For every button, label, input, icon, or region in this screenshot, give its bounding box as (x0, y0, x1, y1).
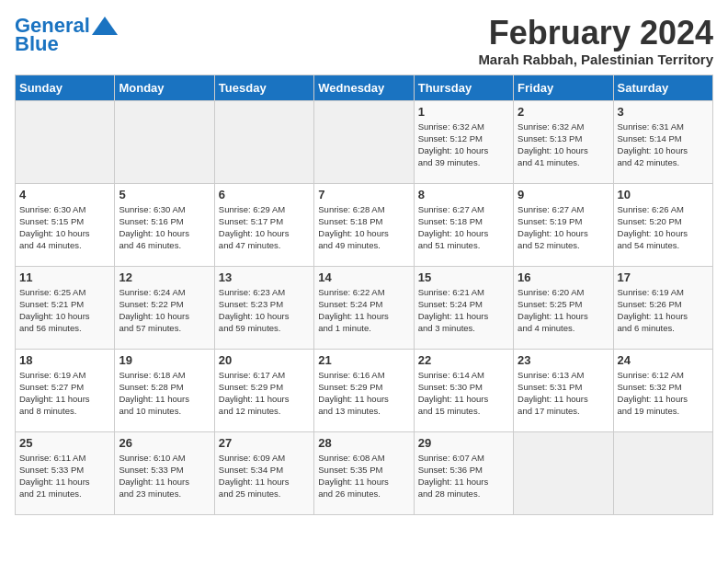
calendar-header-cell: Friday (514, 75, 613, 100)
day-info: Sunrise: 6:13 AMSunset: 5:31 PMDaylight:… (518, 369, 609, 418)
calendar-day-cell: 19Sunrise: 6:18 AMSunset: 5:28 PMDayligh… (115, 349, 214, 431)
day-info: Sunrise: 6:22 AMSunset: 5:24 PMDaylight:… (318, 286, 409, 335)
calendar-day-cell: 29Sunrise: 6:07 AMSunset: 5:36 PMDayligh… (414, 431, 513, 514)
calendar-day-cell: 17Sunrise: 6:19 AMSunset: 5:26 PMDayligh… (613, 266, 712, 349)
calendar-header-cell: Wednesday (314, 75, 414, 100)
day-info: Sunrise: 6:14 AMSunset: 5:30 PMDaylight:… (418, 369, 509, 418)
day-info: Sunrise: 6:12 AMSunset: 5:32 PMDaylight:… (618, 369, 709, 418)
day-info: Sunrise: 6:21 AMSunset: 5:24 PMDaylight:… (418, 286, 509, 335)
calendar-day-cell: 1Sunrise: 6:32 AMSunset: 5:12 PMDaylight… (414, 100, 513, 183)
day-number: 25 (19, 436, 110, 450)
calendar-day-cell: 3Sunrise: 6:31 AMSunset: 5:14 PMDaylight… (613, 100, 712, 183)
calendar-week-row: 18Sunrise: 6:19 AMSunset: 5:27 PMDayligh… (16, 349, 713, 431)
day-number: 18 (19, 353, 110, 367)
day-info: Sunrise: 6:16 AMSunset: 5:29 PMDaylight:… (318, 369, 409, 418)
day-number: 21 (318, 353, 409, 367)
day-number: 10 (618, 188, 709, 201)
day-info: Sunrise: 6:10 AMSunset: 5:33 PMDaylight:… (119, 452, 210, 500)
calendar-week-row: 11Sunrise: 6:25 AMSunset: 5:21 PMDayligh… (16, 266, 713, 349)
day-number: 20 (219, 353, 310, 367)
day-info: Sunrise: 6:19 AMSunset: 5:26 PMDaylight:… (618, 286, 709, 335)
day-number: 19 (119, 353, 210, 367)
calendar-day-cell: 22Sunrise: 6:14 AMSunset: 5:30 PMDayligh… (414, 349, 513, 431)
calendar-day-cell: 2Sunrise: 6:32 AMSunset: 5:13 PMDaylight… (514, 100, 613, 183)
day-info: Sunrise: 6:32 AMSunset: 5:13 PMDaylight:… (518, 121, 609, 169)
calendar-header-cell: Monday (115, 75, 214, 100)
day-number: 5 (119, 188, 210, 201)
day-number: 24 (618, 353, 709, 367)
day-number: 22 (418, 353, 509, 367)
day-number: 13 (219, 270, 310, 284)
day-info: Sunrise: 6:18 AMSunset: 5:28 PMDaylight:… (119, 369, 210, 418)
calendar-day-cell: 9Sunrise: 6:27 AMSunset: 5:19 PMDaylight… (514, 183, 613, 266)
calendar-header-cell: Thursday (414, 75, 513, 100)
day-number: 3 (618, 105, 709, 119)
day-number: 27 (219, 436, 310, 450)
day-number: 8 (418, 188, 509, 201)
calendar-day-cell: 13Sunrise: 6:23 AMSunset: 5:23 PMDayligh… (214, 266, 313, 349)
calendar-day-cell: 10Sunrise: 6:26 AMSunset: 5:20 PMDayligh… (613, 183, 712, 266)
calendar-header-cell: Tuesday (214, 75, 313, 100)
day-info: Sunrise: 6:20 AMSunset: 5:25 PMDaylight:… (518, 286, 609, 335)
calendar-week-row: 25Sunrise: 6:11 AMSunset: 5:33 PMDayligh… (16, 431, 713, 514)
day-number: 14 (318, 270, 409, 284)
logo-icon (92, 17, 118, 35)
calendar-table: SundayMondayTuesdayWednesdayThursdayFrid… (15, 75, 713, 515)
day-info: Sunrise: 6:32 AMSunset: 5:12 PMDaylight:… (418, 121, 509, 169)
calendar-day-cell: 27Sunrise: 6:09 AMSunset: 5:34 PMDayligh… (214, 431, 313, 514)
day-number: 12 (119, 270, 210, 284)
calendar-day-cell: 4Sunrise: 6:30 AMSunset: 5:15 PMDaylight… (16, 183, 115, 266)
day-number: 2 (518, 105, 609, 119)
day-info: Sunrise: 6:11 AMSunset: 5:33 PMDaylight:… (19, 452, 110, 500)
calendar-day-cell (214, 100, 313, 183)
calendar-day-cell: 12Sunrise: 6:24 AMSunset: 5:22 PMDayligh… (115, 266, 214, 349)
calendar-day-cell: 5Sunrise: 6:30 AMSunset: 5:16 PMDaylight… (115, 183, 214, 266)
calendar-body: 1Sunrise: 6:32 AMSunset: 5:12 PMDaylight… (16, 100, 713, 514)
calendar-header-cell: Saturday (613, 75, 712, 100)
calendar-day-cell (613, 431, 712, 514)
day-info: Sunrise: 6:08 AMSunset: 5:35 PMDaylight:… (318, 452, 409, 500)
day-number: 28 (318, 436, 409, 450)
calendar-day-cell: 7Sunrise: 6:28 AMSunset: 5:18 PMDaylight… (314, 183, 414, 266)
page-header: General Blue February 2024 Marah Rabbah,… (15, 15, 713, 67)
day-number: 29 (418, 436, 509, 450)
day-number: 23 (518, 353, 609, 367)
day-number: 1 (418, 105, 509, 119)
logo-blue-text: Blue (15, 32, 59, 55)
day-info: Sunrise: 6:29 AMSunset: 5:17 PMDaylight:… (219, 203, 310, 252)
calendar-day-cell (514, 431, 613, 514)
day-number: 11 (19, 270, 110, 284)
calendar-day-cell: 28Sunrise: 6:08 AMSunset: 5:35 PMDayligh… (314, 431, 414, 514)
calendar-day-cell: 18Sunrise: 6:19 AMSunset: 5:27 PMDayligh… (16, 349, 115, 431)
title-area: February 2024 Marah Rabbah, Palestinian … (478, 15, 713, 67)
calendar-day-cell: 26Sunrise: 6:10 AMSunset: 5:33 PMDayligh… (115, 431, 214, 514)
day-number: 7 (318, 188, 409, 201)
day-number: 6 (219, 188, 310, 201)
calendar-day-cell: 14Sunrise: 6:22 AMSunset: 5:24 PMDayligh… (314, 266, 414, 349)
day-number: 26 (119, 436, 210, 450)
calendar-day-cell (16, 100, 115, 183)
day-number: 4 (19, 188, 110, 201)
day-info: Sunrise: 6:24 AMSunset: 5:22 PMDaylight:… (119, 286, 210, 335)
day-info: Sunrise: 6:07 AMSunset: 5:36 PMDaylight:… (418, 452, 509, 500)
calendar-header-cell: Sunday (16, 75, 115, 100)
calendar-header-row: SundayMondayTuesdayWednesdayThursdayFrid… (16, 75, 713, 100)
calendar-day-cell: 20Sunrise: 6:17 AMSunset: 5:29 PMDayligh… (214, 349, 313, 431)
calendar-day-cell: 21Sunrise: 6:16 AMSunset: 5:29 PMDayligh… (314, 349, 414, 431)
calendar-day-cell: 15Sunrise: 6:21 AMSunset: 5:24 PMDayligh… (414, 266, 513, 349)
day-info: Sunrise: 6:30 AMSunset: 5:15 PMDaylight:… (19, 203, 110, 252)
logo: General Blue (15, 15, 118, 55)
calendar-day-cell (115, 100, 214, 183)
day-info: Sunrise: 6:31 AMSunset: 5:14 PMDaylight:… (618, 121, 709, 169)
day-info: Sunrise: 6:19 AMSunset: 5:27 PMDaylight:… (19, 369, 110, 418)
calendar-day-cell: 6Sunrise: 6:29 AMSunset: 5:17 PMDaylight… (214, 183, 313, 266)
day-info: Sunrise: 6:25 AMSunset: 5:21 PMDaylight:… (19, 286, 110, 335)
svg-marker-0 (92, 17, 118, 35)
calendar-day-cell: 8Sunrise: 6:27 AMSunset: 5:18 PMDaylight… (414, 183, 513, 266)
calendar-day-cell: 25Sunrise: 6:11 AMSunset: 5:33 PMDayligh… (16, 431, 115, 514)
day-info: Sunrise: 6:23 AMSunset: 5:23 PMDaylight:… (219, 286, 310, 335)
calendar-day-cell (314, 100, 414, 183)
day-info: Sunrise: 6:30 AMSunset: 5:16 PMDaylight:… (119, 203, 210, 252)
calendar-day-cell: 16Sunrise: 6:20 AMSunset: 5:25 PMDayligh… (514, 266, 613, 349)
day-number: 9 (518, 188, 609, 201)
